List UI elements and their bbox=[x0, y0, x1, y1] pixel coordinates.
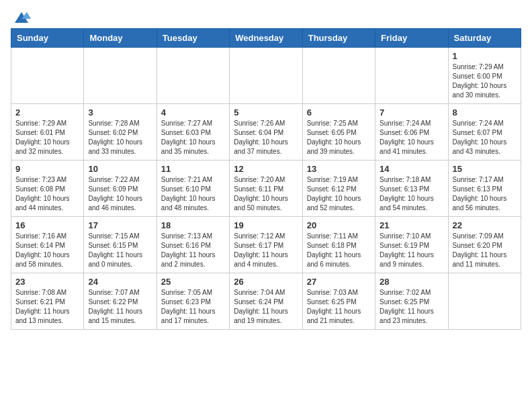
day-info: Sunrise: 7:09 AM Sunset: 6:20 PM Dayligh… bbox=[453, 232, 517, 269]
calendar-cell: 4Sunrise: 7:27 AM Sunset: 6:03 PM Daylig… bbox=[157, 104, 229, 161]
calendar-cell: 23Sunrise: 7:08 AM Sunset: 6:21 PM Dayli… bbox=[11, 273, 84, 330]
calendar-cell: 8Sunrise: 7:24 AM Sunset: 6:07 PM Daylig… bbox=[448, 104, 521, 161]
calendar-cell: 27Sunrise: 7:03 AM Sunset: 6:25 PM Dayli… bbox=[302, 273, 375, 330]
calendar-cell: 10Sunrise: 7:22 AM Sunset: 6:09 PM Dayli… bbox=[84, 161, 157, 217]
logo bbox=[11, 11, 31, 23]
calendar-week-row: 2Sunrise: 7:29 AM Sunset: 6:01 PM Daylig… bbox=[11, 104, 521, 161]
day-number: 21 bbox=[380, 220, 443, 230]
calendar-cell: 18Sunrise: 7:13 AM Sunset: 6:16 PM Dayli… bbox=[157, 217, 229, 273]
day-info: Sunrise: 7:28 AM Sunset: 6:02 PM Dayligh… bbox=[88, 119, 152, 156]
day-number: 19 bbox=[234, 220, 298, 230]
day-info: Sunrise: 7:17 AM Sunset: 6:13 PM Dayligh… bbox=[453, 175, 517, 213]
day-info: Sunrise: 7:22 AM Sunset: 6:09 PM Dayligh… bbox=[88, 175, 152, 213]
calendar-cell bbox=[302, 48, 375, 104]
calendar-cell: 12Sunrise: 7:20 AM Sunset: 6:11 PM Dayli… bbox=[230, 161, 302, 217]
calendar-cell: 6Sunrise: 7:25 AM Sunset: 6:05 PM Daylig… bbox=[302, 104, 375, 161]
day-info: Sunrise: 7:04 AM Sunset: 6:24 PM Dayligh… bbox=[234, 288, 298, 326]
calendar-cell: 19Sunrise: 7:12 AM Sunset: 6:17 PM Dayli… bbox=[230, 217, 302, 273]
day-number: 7 bbox=[380, 107, 443, 118]
calendar-header-row: SundayMondayTuesdayWednesdayThursdayFrid… bbox=[11, 29, 521, 48]
day-number: 24 bbox=[88, 277, 152, 287]
weekday-header: Monday bbox=[84, 29, 157, 48]
day-number: 2 bbox=[15, 107, 79, 118]
weekday-header: Thursday bbox=[302, 29, 375, 48]
day-number: 18 bbox=[161, 220, 225, 230]
day-info: Sunrise: 7:02 AM Sunset: 6:25 PM Dayligh… bbox=[380, 288, 443, 326]
day-number: 16 bbox=[15, 220, 79, 230]
day-number: 27 bbox=[307, 277, 371, 287]
calendar-cell: 20Sunrise: 7:11 AM Sunset: 6:18 PM Dayli… bbox=[302, 217, 375, 273]
calendar-cell: 24Sunrise: 7:07 AM Sunset: 6:22 PM Dayli… bbox=[84, 273, 157, 330]
day-info: Sunrise: 7:15 AM Sunset: 6:15 PM Dayligh… bbox=[88, 232, 152, 269]
day-number: 8 bbox=[453, 107, 517, 118]
calendar-cell: 5Sunrise: 7:26 AM Sunset: 6:04 PM Daylig… bbox=[230, 104, 302, 161]
calendar-cell: 28Sunrise: 7:02 AM Sunset: 6:25 PM Dayli… bbox=[375, 273, 448, 330]
day-info: Sunrise: 7:13 AM Sunset: 6:16 PM Dayligh… bbox=[161, 232, 225, 269]
calendar-week-row: 16Sunrise: 7:16 AM Sunset: 6:14 PM Dayli… bbox=[11, 217, 521, 273]
day-info: Sunrise: 7:25 AM Sunset: 6:05 PM Dayligh… bbox=[307, 119, 371, 156]
day-number: 6 bbox=[307, 107, 371, 118]
day-number: 5 bbox=[234, 107, 298, 118]
calendar-cell bbox=[11, 48, 84, 104]
calendar-cell: 2Sunrise: 7:29 AM Sunset: 6:01 PM Daylig… bbox=[11, 104, 84, 161]
calendar-cell: 16Sunrise: 7:16 AM Sunset: 6:14 PM Dayli… bbox=[11, 217, 84, 273]
weekday-header: Saturday bbox=[448, 29, 521, 48]
day-info: Sunrise: 7:29 AM Sunset: 6:01 PM Dayligh… bbox=[15, 119, 79, 156]
day-info: Sunrise: 7:11 AM Sunset: 6:18 PM Dayligh… bbox=[307, 232, 371, 269]
day-info: Sunrise: 7:05 AM Sunset: 6:23 PM Dayligh… bbox=[161, 288, 225, 326]
day-number: 26 bbox=[234, 277, 298, 287]
calendar-cell: 21Sunrise: 7:10 AM Sunset: 6:19 PM Dayli… bbox=[375, 217, 448, 273]
day-info: Sunrise: 7:24 AM Sunset: 6:06 PM Dayligh… bbox=[380, 119, 443, 156]
calendar-cell: 7Sunrise: 7:24 AM Sunset: 6:06 PM Daylig… bbox=[375, 104, 448, 161]
day-number: 11 bbox=[161, 164, 225, 174]
calendar-week-row: 1Sunrise: 7:29 AM Sunset: 6:00 PM Daylig… bbox=[11, 48, 521, 104]
day-info: Sunrise: 7:12 AM Sunset: 6:17 PM Dayligh… bbox=[234, 232, 298, 269]
calendar-week-row: 9Sunrise: 7:23 AM Sunset: 6:08 PM Daylig… bbox=[11, 161, 521, 217]
day-info: Sunrise: 7:21 AM Sunset: 6:10 PM Dayligh… bbox=[161, 175, 225, 213]
day-info: Sunrise: 7:23 AM Sunset: 6:08 PM Dayligh… bbox=[15, 175, 79, 213]
weekday-header: Tuesday bbox=[157, 29, 229, 48]
day-info: Sunrise: 7:16 AM Sunset: 6:14 PM Dayligh… bbox=[15, 232, 79, 269]
day-number: 12 bbox=[234, 164, 298, 174]
day-number: 20 bbox=[307, 220, 371, 230]
day-info: Sunrise: 7:18 AM Sunset: 6:13 PM Dayligh… bbox=[380, 175, 443, 213]
day-info: Sunrise: 7:07 AM Sunset: 6:22 PM Dayligh… bbox=[88, 288, 152, 326]
calendar-cell: 26Sunrise: 7:04 AM Sunset: 6:24 PM Dayli… bbox=[230, 273, 302, 330]
day-number: 15 bbox=[453, 164, 517, 174]
calendar-cell: 3Sunrise: 7:28 AM Sunset: 6:02 PM Daylig… bbox=[84, 104, 157, 161]
day-info: Sunrise: 7:10 AM Sunset: 6:19 PM Dayligh… bbox=[380, 232, 443, 269]
day-info: Sunrise: 7:20 AM Sunset: 6:11 PM Dayligh… bbox=[234, 175, 298, 213]
calendar-week-row: 23Sunrise: 7:08 AM Sunset: 6:21 PM Dayli… bbox=[11, 273, 521, 330]
calendar-table: SundayMondayTuesdayWednesdayThursdayFrid… bbox=[11, 28, 521, 330]
calendar-cell bbox=[448, 273, 521, 330]
day-number: 13 bbox=[307, 164, 371, 174]
calendar-cell: 9Sunrise: 7:23 AM Sunset: 6:08 PM Daylig… bbox=[11, 161, 84, 217]
day-number: 25 bbox=[161, 277, 225, 287]
day-info: Sunrise: 7:24 AM Sunset: 6:07 PM Dayligh… bbox=[453, 119, 517, 156]
day-info: Sunrise: 7:19 AM Sunset: 6:12 PM Dayligh… bbox=[307, 175, 371, 213]
day-number: 9 bbox=[15, 164, 79, 174]
day-info: Sunrise: 7:29 AM Sunset: 6:00 PM Dayligh… bbox=[453, 62, 517, 100]
weekday-header: Friday bbox=[375, 29, 448, 48]
calendar-cell bbox=[157, 48, 229, 104]
day-info: Sunrise: 7:26 AM Sunset: 6:04 PM Dayligh… bbox=[234, 119, 298, 156]
calendar-cell: 15Sunrise: 7:17 AM Sunset: 6:13 PM Dayli… bbox=[448, 161, 521, 217]
calendar-cell bbox=[230, 48, 302, 104]
calendar-cell bbox=[375, 48, 448, 104]
calendar-cell: 13Sunrise: 7:19 AM Sunset: 6:12 PM Dayli… bbox=[302, 161, 375, 217]
weekday-header: Sunday bbox=[11, 29, 84, 48]
day-number: 28 bbox=[380, 277, 443, 287]
day-info: Sunrise: 7:03 AM Sunset: 6:25 PM Dayligh… bbox=[307, 288, 371, 326]
calendar-cell: 22Sunrise: 7:09 AM Sunset: 6:20 PM Dayli… bbox=[448, 217, 521, 273]
day-number: 17 bbox=[88, 220, 152, 230]
day-number: 10 bbox=[88, 164, 152, 174]
day-number: 4 bbox=[161, 107, 225, 118]
calendar-cell: 11Sunrise: 7:21 AM Sunset: 6:10 PM Dayli… bbox=[157, 161, 229, 217]
day-info: Sunrise: 7:27 AM Sunset: 6:03 PM Dayligh… bbox=[161, 119, 225, 156]
day-number: 23 bbox=[15, 277, 79, 287]
day-number: 22 bbox=[453, 220, 517, 230]
day-number: 1 bbox=[453, 51, 517, 61]
calendar-cell: 17Sunrise: 7:15 AM Sunset: 6:15 PM Dayli… bbox=[84, 217, 157, 273]
logo-icon bbox=[12, 11, 31, 26]
calendar-cell: 25Sunrise: 7:05 AM Sunset: 6:23 PM Dayli… bbox=[157, 273, 229, 330]
